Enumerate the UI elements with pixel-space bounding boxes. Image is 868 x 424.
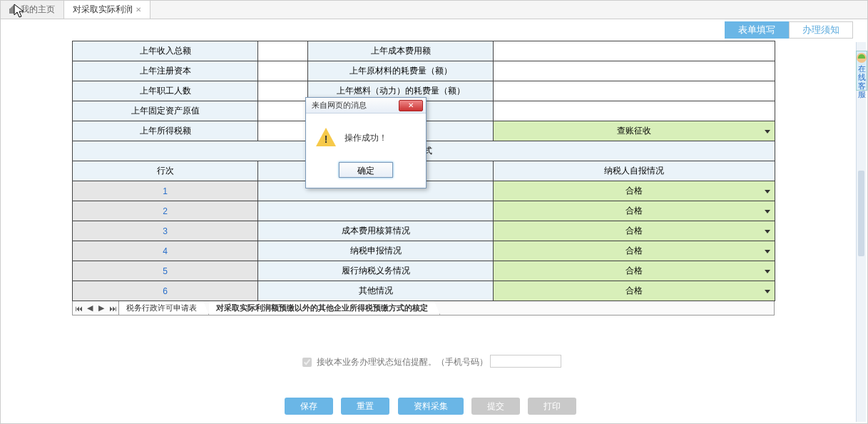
form-fill-button[interactable]: 表单填写 bbox=[725, 21, 789, 39]
vertical-scrollbar[interactable] bbox=[856, 42, 866, 422]
table-row: 6 其他情况 合格 bbox=[73, 281, 775, 301]
side-line1: 在线 bbox=[858, 64, 866, 81]
dialog-close-button[interactable]: ✕ bbox=[399, 100, 423, 111]
item-label: 履行纳税义务情况 bbox=[258, 261, 494, 281]
item-label: 其他情况 bbox=[258, 281, 494, 301]
tab-current-label: 对采取实际利润 bbox=[73, 4, 133, 16]
form-fill-label: 表单填写 bbox=[738, 24, 775, 36]
collect-button[interactable]: 资料采集 bbox=[398, 398, 464, 415]
row-number: 6 bbox=[73, 281, 258, 301]
alert-dialog: 来自网页的消息 ✕ 操作成功！ 确定 bbox=[305, 97, 427, 188]
nav-last-icon[interactable]: ⏭ bbox=[107, 304, 118, 313]
input-cell[interactable] bbox=[258, 41, 308, 61]
input-cell[interactable] bbox=[258, 81, 308, 101]
table-row: 4 纳税申报情况 合格 bbox=[73, 241, 775, 261]
label-cell: 上年职工人数 bbox=[73, 81, 258, 101]
status-select[interactable]: 合格 bbox=[494, 221, 775, 241]
reset-button[interactable]: 重置 bbox=[341, 398, 389, 415]
dialog-ok-button[interactable]: 确定 bbox=[339, 162, 393, 178]
label-cell: 上年收入总额 bbox=[73, 41, 258, 61]
input-cell[interactable] bbox=[258, 121, 308, 141]
sms-label: 接收本业务办理状态短信提醒。（手机号码） bbox=[317, 357, 488, 367]
item-label bbox=[258, 201, 494, 221]
instructions-label: 办理须知 bbox=[802, 24, 839, 36]
dialog-title: 来自网页的消息 bbox=[312, 100, 367, 111]
input-cell[interactable] bbox=[258, 61, 308, 81]
app-window: 我的主页 对采取实际利润 ✕ 表单填写 办理须知 上年收入总额 上年成本费用额 … bbox=[0, 0, 868, 424]
instructions-button[interactable]: 办理须知 bbox=[789, 21, 853, 39]
col-header: 行次 bbox=[73, 161, 258, 181]
row-number: 2 bbox=[73, 201, 258, 221]
status-select[interactable]: 合格 bbox=[494, 261, 775, 281]
dialog-footer: 确定 bbox=[306, 155, 426, 188]
close-icon[interactable]: ✕ bbox=[136, 6, 141, 14]
side-line2: 客服 bbox=[858, 81, 866, 99]
nav-first-icon[interactable]: ⏮ bbox=[73, 304, 84, 313]
input-cell[interactable] bbox=[494, 101, 775, 121]
home-icon bbox=[9, 6, 18, 14]
status-select[interactable]: 合格 bbox=[494, 181, 775, 201]
input-cell[interactable] bbox=[494, 41, 775, 61]
dialog-message: 操作成功！ bbox=[344, 132, 387, 144]
action-bar: 表单填写 办理须知 bbox=[1, 19, 867, 41]
label-cell: 上年固定资产原值 bbox=[73, 101, 258, 121]
row-number: 1 bbox=[73, 181, 258, 201]
status-select[interactable]: 合格 bbox=[494, 241, 775, 261]
submit-button: 提交 bbox=[471, 398, 520, 415]
dialog-body: 操作成功！ bbox=[306, 113, 426, 155]
input-cell[interactable] bbox=[494, 81, 775, 101]
table-row: 上年收入总额 上年成本费用额 bbox=[73, 41, 775, 61]
nav-prev-icon[interactable]: ◀ bbox=[84, 303, 96, 313]
print-button: 打印 bbox=[528, 398, 576, 415]
scrollbar-thumb[interactable] bbox=[858, 171, 864, 256]
row-number: 4 bbox=[73, 241, 258, 261]
label-cell: 上年所得税额 bbox=[73, 121, 258, 141]
top-tabs-bar: 我的主页 对采取实际利润 ✕ bbox=[1, 1, 867, 19]
sheet-nav: ⏮ ◀ ▶ ⏭ bbox=[73, 301, 119, 315]
label-cell: 上年成本费用额 bbox=[308, 41, 494, 61]
row-number: 3 bbox=[73, 221, 258, 241]
input-cell[interactable] bbox=[258, 101, 308, 121]
sheet-tab-1-label: 税务行政许可申请表 bbox=[126, 303, 197, 313]
sheet-tab-1[interactable]: 税务行政许可申请表 bbox=[119, 301, 209, 315]
phone-input[interactable] bbox=[490, 355, 561, 368]
label-cell: 上年注册资本 bbox=[73, 61, 258, 81]
col-header: 纳税人自报情况 bbox=[494, 161, 775, 181]
table-row: 3 成本费用核算情况 合格 bbox=[73, 221, 775, 241]
status-select[interactable]: 合格 bbox=[494, 281, 775, 301]
sheet-tab-2[interactable]: 对采取实际利润额预缴以外的其他企业所得税预缴方式的核定 bbox=[209, 301, 440, 315]
input-cell[interactable] bbox=[494, 61, 775, 81]
table-row: 5 履行纳税义务情况 合格 bbox=[73, 261, 775, 281]
agent-avatar-icon bbox=[857, 53, 867, 63]
nav-next-icon[interactable]: ▶ bbox=[96, 303, 107, 313]
tab-home-label: 我的主页 bbox=[21, 4, 55, 16]
label-cell: 上年原材料的耗费量（额） bbox=[308, 61, 494, 81]
collection-method-select[interactable]: 查账征收 bbox=[494, 121, 775, 141]
dialog-titlebar[interactable]: 来自网页的消息 ✕ bbox=[306, 98, 426, 113]
content-area: 上年收入总额 上年成本费用额 上年注册资本 上年原材料的耗费量（额） 上年职工人… bbox=[8, 41, 853, 423]
sms-checkbox[interactable] bbox=[302, 358, 312, 367]
sheet-tab-2-label: 对采取实际利润额预缴以外的其他企业所得税预缴方式的核定 bbox=[216, 303, 428, 313]
tab-home[interactable]: 我的主页 bbox=[1, 1, 64, 19]
bottom-buttons: 保存 重置 资料采集 提交 打印 bbox=[8, 398, 853, 415]
row-number: 5 bbox=[73, 261, 258, 281]
online-service-widget[interactable]: 在线 客服 bbox=[856, 51, 867, 91]
status-select[interactable]: 合格 bbox=[494, 201, 775, 221]
sms-row: 接收本业务办理状态短信提醒。（手机号码） bbox=[8, 355, 853, 369]
table-row: 2 合格 bbox=[73, 201, 775, 221]
item-label: 纳税申报情况 bbox=[258, 241, 494, 261]
table-row: 上年注册资本 上年原材料的耗费量（额） bbox=[73, 61, 775, 81]
warning-icon bbox=[316, 128, 336, 148]
sheet-tabs-bar: ⏮ ◀ ▶ ⏭ 税务行政许可申请表 对采取实际利润额预缴以外的其他企业所得税预缴… bbox=[72, 301, 775, 316]
save-button[interactable]: 保存 bbox=[285, 398, 333, 415]
item-label: 成本费用核算情况 bbox=[258, 221, 494, 241]
tab-current[interactable]: 对采取实际利润 ✕ bbox=[64, 1, 150, 19]
